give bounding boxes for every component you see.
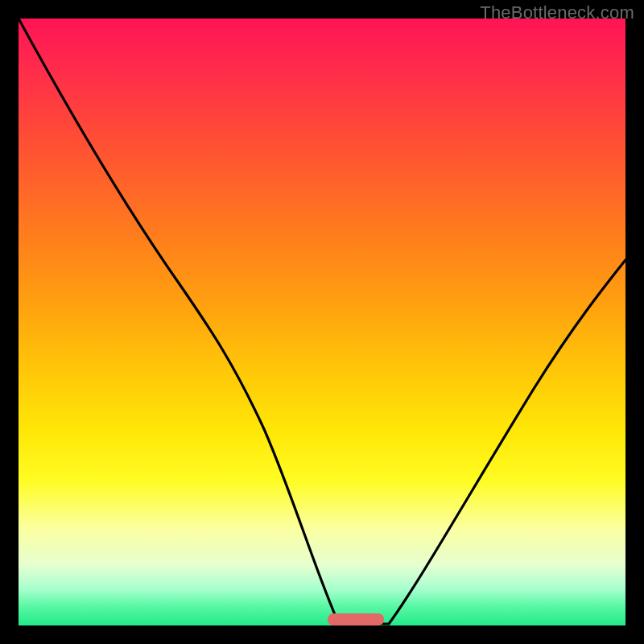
bottleneck-curve [19,19,625,625]
watermark-text: TheBottleneck.com [480,2,634,23]
plot-area [19,19,625,625]
minimum-marker [328,613,384,625]
curve-path [19,19,625,624]
viewport: TheBottleneck.com [0,0,644,644]
